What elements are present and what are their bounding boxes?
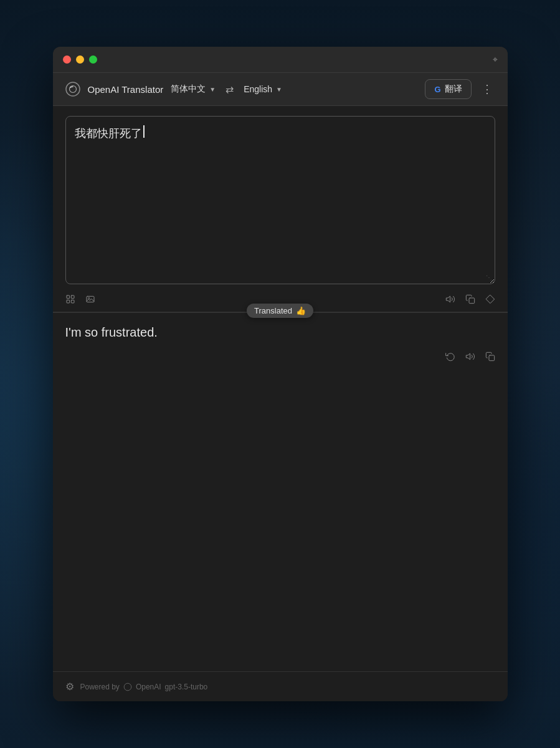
swap-languages-icon[interactable]: ⇄ — [225, 84, 234, 95]
more-options-icon[interactable]: ⋮ — [479, 82, 495, 96]
input-text: 我都快肝死了 — [75, 125, 486, 142]
text-cursor — [143, 125, 145, 138]
svg-marker-7 — [446, 296, 450, 302]
svg-marker-10 — [466, 353, 470, 359]
resize-handle[interactable]: ⋱ — [486, 274, 492, 281]
tooltip-text: Translated — [254, 306, 292, 315]
titlebar: ⌖ — [53, 47, 508, 73]
translated-tooltip: Translated 👍 — [247, 304, 313, 318]
close-button[interactable] — [63, 55, 71, 64]
svg-point-0 — [66, 82, 80, 96]
footer: ⚙ Powered by OpenAI gpt-3.5-turbo — [53, 671, 508, 701]
copy-output-icon[interactable] — [485, 352, 495, 364]
ocr-icon[interactable] — [65, 294, 75, 307]
refresh-translation-icon[interactable] — [445, 352, 455, 364]
svg-marker-9 — [486, 295, 494, 303]
minimize-button[interactable] — [76, 55, 84, 64]
target-lang-selector[interactable]: English ▼ — [244, 84, 282, 94]
header: OpenAI Translator 简体中文 ▼ ⇄ English ▼ G 翻… — [53, 73, 508, 106]
svg-rect-11 — [489, 355, 495, 361]
source-lang-chevron: ▼ — [209, 86, 216, 93]
main-content: 我都快肝死了 ⋱ — [53, 106, 508, 701]
svg-point-6 — [88, 297, 89, 299]
source-lang-label: 简体中文 — [171, 84, 206, 95]
input-area[interactable]: 我都快肝死了 ⋱ — [65, 116, 495, 284]
openai-logo — [65, 82, 80, 97]
tooltip-emoji: 👍 — [296, 306, 306, 315]
maximize-button[interactable] — [89, 55, 97, 64]
toolbar-right — [445, 294, 495, 307]
image-icon[interactable] — [85, 294, 95, 307]
translate-label: 翻译 — [445, 84, 462, 95]
target-lang-label: English — [244, 84, 272, 94]
svg-rect-5 — [87, 296, 94, 302]
footer-text: Powered by OpenAI gpt-3.5-turbo — [80, 683, 208, 691]
input-content: 我都快肝死了 — [75, 125, 142, 142]
copy-icon[interactable] — [465, 294, 475, 307]
google-translate-icon: G — [434, 85, 440, 94]
pin-icon[interactable]: ⌖ — [493, 54, 498, 65]
input-section: 我都快肝死了 ⋱ — [53, 106, 508, 289]
window-controls — [63, 55, 97, 64]
model-label: gpt-3.5-turbo — [165, 683, 208, 691]
output-section: I'm so frustrated. — [53, 313, 508, 671]
speak-output-icon[interactable] — [465, 352, 475, 364]
svg-rect-4 — [71, 300, 74, 303]
translate-button[interactable]: G 翻译 — [425, 79, 471, 99]
output-toolbar — [65, 349, 495, 367]
svg-point-12 — [124, 683, 131, 691]
svg-rect-8 — [469, 298, 475, 304]
svg-rect-2 — [71, 295, 74, 299]
svg-rect-1 — [67, 295, 70, 299]
app-name: OpenAI Translator — [88, 84, 164, 95]
svg-rect-3 — [67, 300, 70, 303]
erase-icon[interactable] — [485, 294, 495, 307]
provider-label: OpenAI — [136, 683, 161, 691]
app-window: ⌖ OpenAI Translator 简体中文 ▼ ⇄ English ▼ G… — [53, 47, 508, 701]
source-lang-selector[interactable]: 简体中文 ▼ — [171, 84, 216, 95]
output-text: I'm so frustrated. — [65, 323, 495, 342]
speak-icon[interactable] — [445, 294, 455, 307]
openai-footer-logo — [123, 683, 132, 691]
target-lang-chevron: ▼ — [276, 86, 282, 93]
settings-icon[interactable]: ⚙ — [65, 681, 74, 693]
powered-by-label: Powered by — [80, 683, 120, 691]
toolbar-left — [65, 294, 95, 307]
divider-section: Translated 👍 — [53, 312, 508, 313]
